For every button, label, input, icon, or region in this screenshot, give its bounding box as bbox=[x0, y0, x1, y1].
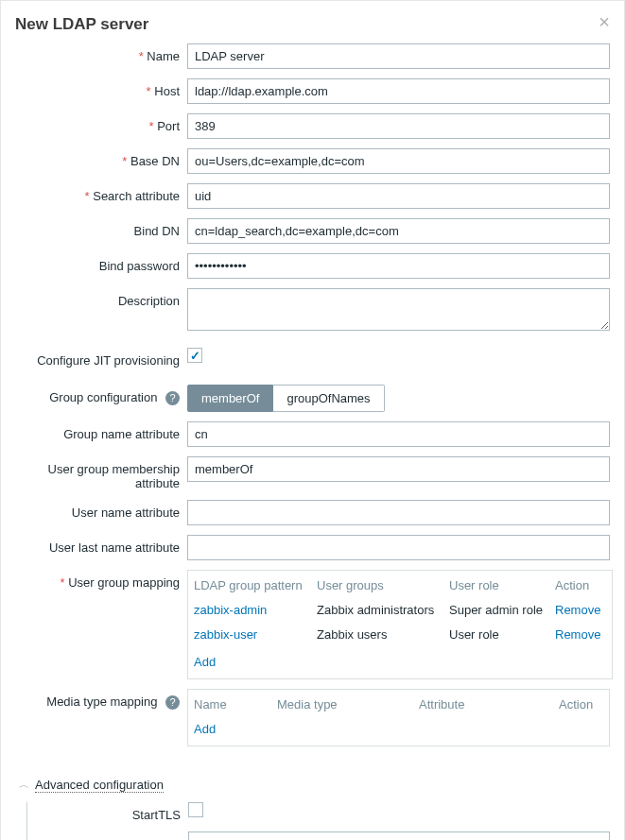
base-dn-input[interactable] bbox=[187, 148, 610, 174]
chevron-up-icon: ︿ bbox=[19, 778, 29, 792]
th-media-attribute: Attribute bbox=[419, 697, 559, 711]
th-media-type: Media type bbox=[277, 697, 419, 711]
user-group-membership-attr-input[interactable] bbox=[187, 456, 610, 482]
jit-checkbox[interactable] bbox=[187, 348, 202, 363]
starttls-checkbox[interactable] bbox=[188, 802, 203, 817]
description-textarea[interactable] bbox=[187, 288, 610, 331]
form-body: Name Host Port Base DN Search attribute … bbox=[1, 43, 624, 765]
toggle-memberof[interactable]: memberOf bbox=[187, 385, 273, 412]
table-row: zabbix-user Zabbix users User role Remov… bbox=[188, 620, 612, 649]
label-group-name-attr: Group name attribute bbox=[15, 421, 187, 441]
label-media-type-mapping: Media type mapping ? bbox=[15, 689, 187, 710]
bind-dn-input[interactable] bbox=[187, 218, 610, 244]
label-user-last-name-attr: User last name attribute bbox=[15, 535, 187, 555]
group-name-attr-input[interactable] bbox=[187, 421, 610, 447]
advanced-toggle[interactable]: ︿ Advanced configuration bbox=[19, 778, 164, 793]
dialog-title: New LDAP server bbox=[15, 15, 148, 34]
label-name: Name bbox=[15, 43, 187, 63]
label-jit: Configure JIT provisioning bbox=[15, 348, 187, 368]
add-mapping-link[interactable]: Add bbox=[194, 655, 221, 669]
user-last-name-attr-input[interactable] bbox=[187, 535, 610, 560]
th-user-groups: User groups bbox=[317, 578, 449, 592]
user-groups-cell: Zabbix administrators bbox=[317, 603, 449, 617]
th-user-role: User role bbox=[449, 578, 555, 592]
label-starttls: StartTLS bbox=[27, 802, 188, 822]
th-ldap-pattern: LDAP group pattern bbox=[194, 578, 317, 592]
group-config-toggle: memberOf groupOfNames bbox=[187, 385, 385, 412]
th-action: Action bbox=[555, 578, 606, 592]
remove-link[interactable]: Remove bbox=[555, 603, 606, 617]
label-description: Description bbox=[15, 288, 187, 308]
toggle-groupofnames[interactable]: groupOfNames bbox=[273, 385, 384, 412]
th-media-name: Name bbox=[194, 697, 277, 711]
add-media-link[interactable]: Add bbox=[194, 722, 221, 736]
search-filter-input[interactable] bbox=[188, 831, 610, 841]
ldap-pattern-link[interactable]: zabbix-user bbox=[194, 627, 317, 642]
label-user-name-attr: User name attribute bbox=[15, 500, 187, 520]
bind-password-input[interactable] bbox=[187, 253, 610, 279]
user-role-cell: User role bbox=[449, 627, 555, 642]
user-group-mapping-table: LDAP group pattern User groups User role… bbox=[187, 570, 613, 679]
remove-link[interactable]: Remove bbox=[555, 627, 606, 642]
name-input[interactable] bbox=[187, 43, 610, 69]
user-groups-cell: Zabbix users bbox=[317, 627, 449, 642]
th-media-action: Action bbox=[559, 697, 603, 711]
ldap-pattern-link[interactable]: zabbix-admin bbox=[194, 603, 317, 617]
search-attribute-input[interactable] bbox=[187, 183, 610, 209]
media-type-mapping-table: Name Media type Attribute Action Add bbox=[187, 689, 610, 746]
label-group-config: Group configuration ? bbox=[15, 385, 187, 405]
user-role-cell: Super admin role bbox=[449, 603, 555, 617]
label-bind-dn: Bind DN bbox=[15, 218, 187, 238]
advanced-section: ︿ Advanced configuration StartTLS Search… bbox=[1, 765, 624, 840]
host-input[interactable] bbox=[187, 78, 610, 104]
label-search-attribute: Search attribute bbox=[15, 183, 187, 203]
advanced-label: Advanced configuration bbox=[35, 778, 164, 793]
dialog-header: New LDAP server × bbox=[1, 1, 624, 43]
label-bind-password: Bind password bbox=[15, 253, 187, 273]
help-icon[interactable]: ? bbox=[165, 391, 180, 405]
table-row: zabbix-admin Zabbix administrators Super… bbox=[188, 600, 612, 620]
close-icon[interactable]: × bbox=[599, 15, 610, 28]
user-name-attr-input[interactable] bbox=[187, 500, 610, 525]
label-user-group-membership-attr: User group membership attribute bbox=[15, 456, 187, 490]
port-input[interactable] bbox=[187, 113, 610, 139]
label-host: Host bbox=[15, 78, 187, 98]
ldap-dialog: New LDAP server × Name Host Port Base DN… bbox=[0, 0, 625, 840]
label-port: Port bbox=[15, 113, 187, 133]
label-user-group-mapping: User group mapping bbox=[15, 570, 187, 590]
label-base-dn: Base DN bbox=[15, 148, 187, 168]
label-search-filter: Search filter bbox=[27, 831, 188, 841]
help-icon[interactable]: ? bbox=[165, 695, 180, 710]
